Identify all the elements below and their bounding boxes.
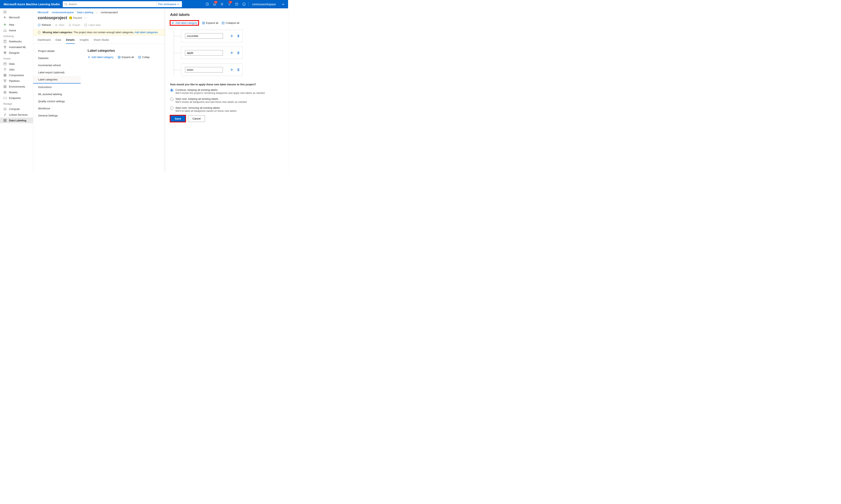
flyout-expand-all-button[interactable]: Expand all (202, 21, 218, 24)
recent-icon[interactable] (204, 0, 211, 8)
nav-automl[interactable]: Automated ML (0, 44, 33, 50)
delete-icon[interactable] (237, 51, 240, 54)
nav-new[interactable]: New (0, 22, 33, 28)
start-button[interactable]: Start (55, 23, 64, 27)
settings-icon[interactable] (218, 0, 226, 8)
nav-models[interactable]: Models (0, 89, 33, 95)
nav-designer[interactable]: Designer (0, 50, 33, 56)
sub-ml-assisted[interactable]: ML assisted labeling (33, 91, 81, 98)
notifications-icon[interactable]: 23 (211, 0, 218, 8)
chevron-down-icon (177, 3, 179, 5)
page-title: contosoproject (38, 16, 67, 20)
sub-quality-control[interactable]: Quality control settings (33, 98, 81, 105)
global-search[interactable]: This workspace (63, 1, 182, 7)
sub-label-categories[interactable]: Label categories (33, 76, 81, 84)
svg-point-3 (221, 4, 222, 5)
label-icon (84, 24, 87, 26)
label-name-input[interactable] (185, 50, 223, 56)
nav-linked-services[interactable]: Linked Services (0, 112, 33, 118)
cancel-button[interactable]: Cancel (188, 115, 205, 122)
collapse-all-button[interactable]: Collap (138, 56, 150, 59)
add-child-icon[interactable] (230, 51, 233, 54)
label-data-button[interactable]: Label data (84, 23, 101, 27)
add-label-category-button[interactable]: Add label category (88, 56, 113, 59)
add-child-icon[interactable] (230, 34, 233, 37)
nav-home[interactable]: Home (0, 28, 33, 33)
play-icon (55, 24, 58, 26)
nav-notebooks[interactable]: Notebooks (0, 38, 33, 44)
breadcrumb-link[interactable]: Data Labeling (77, 11, 93, 14)
chevron-right-icon: › (97, 11, 98, 14)
nav-compute[interactable]: Compute (0, 106, 33, 112)
plus-icon (3, 23, 6, 26)
help-icon[interactable] (233, 0, 240, 8)
sub-workforce[interactable]: Workforce (33, 105, 81, 112)
nav-data[interactable]: Data (0, 61, 33, 67)
search-icon (64, 3, 67, 6)
sub-project-details[interactable]: Project details (33, 48, 81, 55)
add-labels-flyout: Add labels Add label category Expand all… (165, 8, 288, 173)
label-card (181, 47, 243, 59)
banner-link[interactable]: Add label categories. (135, 31, 158, 34)
sub-datasets[interactable]: Datasets (33, 55, 81, 62)
nav-back[interactable]: Microsoft (0, 15, 33, 20)
link-icon (3, 113, 6, 116)
home-icon (3, 29, 6, 32)
notebook-icon (3, 40, 6, 43)
export-icon (68, 24, 71, 26)
expand-all-button[interactable]: Expand all (118, 56, 134, 59)
nav-pipelines[interactable]: Pipelines (0, 78, 33, 84)
pipelines-icon (3, 79, 6, 83)
flyout-collapse-all-button[interactable]: Collapse all (222, 21, 239, 24)
brand-title: Microsoft Azure Machine Learning Studio (4, 3, 63, 6)
add-child-icon[interactable] (230, 68, 233, 71)
nav-endpoints[interactable]: Endpoints (0, 95, 33, 101)
feedback-icon[interactable]: 14 (226, 0, 233, 8)
nav-environments[interactable]: Environments (0, 84, 33, 89)
sub-label-export[interactable]: Label export (optional) (33, 69, 81, 76)
flyout-add-label-category-button[interactable]: Add label category (170, 21, 199, 25)
tab-details[interactable]: Details (66, 38, 75, 44)
nav-jobs[interactable]: Jobs (0, 67, 33, 72)
label-name-input[interactable] (185, 33, 223, 39)
search-input[interactable] (68, 3, 155, 6)
status-badge: ❚❚Paused (69, 16, 82, 19)
radio-startover-keep[interactable]: Start over, keeping all existing labelsW… (170, 97, 284, 104)
refresh-button[interactable]: Refresh (38, 23, 51, 27)
endpoints-icon (3, 96, 6, 100)
breadcrumb-link[interactable]: contosoworkspace (52, 11, 74, 14)
radio-icon (170, 107, 173, 110)
sub-instructions[interactable]: Instructions (33, 84, 81, 91)
data-icon (3, 62, 6, 65)
notifications-badge: 23 (214, 1, 217, 3)
nav-section-assets: Assets (0, 56, 33, 61)
radio-continue[interactable]: Continue, keeping all existing labelsWe'… (170, 88, 284, 94)
radio-icon (170, 89, 173, 92)
smile-icon[interactable] (240, 0, 247, 8)
favorite-star-icon[interactable]: ☆ (84, 16, 87, 20)
delete-icon[interactable] (237, 34, 240, 37)
label-name-input[interactable] (185, 67, 223, 72)
tab-dashboard[interactable]: Dashboard (38, 38, 51, 43)
workspace-switcher[interactable]: contosoworkspace (249, 3, 288, 6)
nav-toggle[interactable] (0, 10, 33, 15)
export-button[interactable]: Export (68, 23, 80, 27)
breadcrumb-link[interactable]: Microsoft (38, 11, 49, 14)
search-scope[interactable]: This workspace (156, 1, 180, 7)
delete-icon[interactable] (237, 68, 240, 71)
save-button[interactable]: Save (171, 116, 185, 122)
svg-rect-19 (4, 53, 5, 54)
tab-insights[interactable]: Insights (80, 38, 89, 43)
nav-data-labeling[interactable]: Data Labeling (0, 118, 33, 123)
nav-components[interactable]: Components (0, 72, 33, 78)
back-arrow-icon (3, 16, 6, 19)
sub-general-settings[interactable]: General Settings (33, 112, 81, 119)
svg-rect-17 (4, 52, 4, 52)
topbar-actions: 23 14 contosoworkspace (204, 0, 288, 8)
tab-data[interactable]: Data (56, 38, 61, 43)
svg-rect-29 (4, 86, 5, 87)
details-subnav: Project details Datasets Incremental ref… (33, 44, 81, 173)
sub-incremental-refresh[interactable]: Incremental refresh (33, 62, 81, 69)
radio-startover-remove[interactable]: Start over, removing all existing labels… (170, 106, 284, 112)
tab-vision-studio[interactable]: Vision Studio (94, 38, 109, 43)
